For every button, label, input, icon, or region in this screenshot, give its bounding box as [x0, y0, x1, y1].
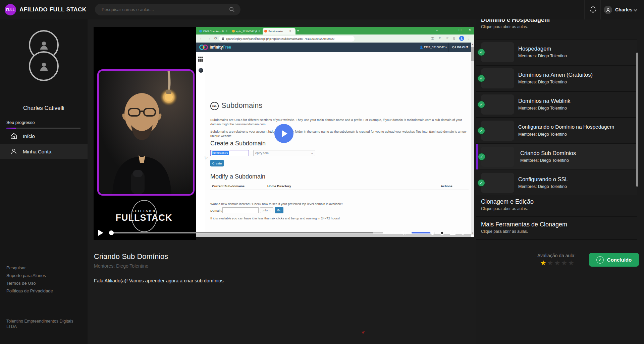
account-person-icon [10, 148, 17, 155]
lesson-item-title: Configurando o Domínio na Hospedagem [518, 124, 614, 130]
star-icon[interactable]: ★ [554, 259, 561, 267]
bookmark-star-icon: ☆ [446, 36, 449, 40]
chevron-down-icon[interactable] [633, 8, 638, 12]
rating-stars[interactable]: ★★★★★ [540, 259, 575, 267]
playlist-section-clonagem[interactable]: Clonagem e Edição Clique para abrir as a… [481, 198, 534, 211]
subdomain-input: heitorcastro [210, 150, 249, 156]
volume-thumb[interactable] [430, 230, 435, 235]
sidebar-item-minha-conta[interactable]: Minha Conta [0, 144, 88, 159]
completed-check-icon: ✓ [477, 74, 485, 82]
subdomains-badge-icon: sub. [210, 102, 219, 110]
section-subtitle: Clique para abrir as aulas. [481, 229, 567, 234]
lesson-item-mentors: Mentores: Diego Tolentino [518, 132, 567, 137]
availability-note: If it is available you can have it in le… [210, 216, 340, 220]
scroll-up-icon: ▲ [471, 43, 474, 46]
star-icon[interactable]: ★ [568, 259, 575, 267]
browser-toolbar: ← → ⟳ cpanel.epizy.com/panel/indexpl.php… [196, 35, 474, 43]
recorded-browser-window: DNS Checker - DNS Check Propa ✕ epiz_321… [196, 27, 474, 240]
sidebar-item-inicio[interactable]: Início [0, 128, 88, 144]
footer-link-pesquisar[interactable]: Pesquisar [6, 265, 26, 270]
browser-vertical-scrollbar: ▲ ▼ [471, 43, 474, 235]
select-chevron-icon: ⌄ [311, 151, 313, 155]
lesson-description: Fala Afiliado(a)! Vamos aprender agora a… [94, 278, 224, 283]
search-input[interactable] [102, 4, 226, 15]
domain-label: Domain: [210, 209, 222, 212]
volume-icon[interactable] [400, 229, 407, 235]
mouse-cursor: ➤ [204, 155, 209, 160]
user-name[interactable]: Charles [615, 7, 632, 12]
browser-tab-epiz: epiz_32100547 (Meus Produtos ✕ [230, 28, 262, 35]
video-player[interactable]: AFILIADO FULLSTACK DNS Checker - DNS Che… [94, 27, 474, 240]
playlist-section-dominio[interactable]: Domínio e Hospedagem Clique para abrir a… [481, 19, 550, 29]
lesson-item-criando-subdominios[interactable]: ✓ Criando Sub Domínios Mentores: Diego T… [476, 144, 637, 169]
table-header-current: Current Sub-domains [212, 184, 245, 188]
cpanel-page-title: Subdomains [221, 101, 262, 110]
playlist-divider [476, 239, 637, 240]
cpanel-logout: ⏻ LOG OUT [452, 46, 468, 49]
section-subtitle: Clique para abrir as aulas. [481, 24, 550, 29]
settings-gear-icon[interactable] [439, 229, 445, 235]
section-title: Clonagem e Edição [481, 198, 534, 205]
browser-tabstrip: DNS Checker - DNS Check Propa ✕ epiz_321… [196, 27, 474, 35]
section-title: Domínio e Hospedagem [481, 19, 550, 23]
topbar-divider [584, 0, 585, 19]
star-icon[interactable]: ★ [547, 259, 554, 267]
playlist-section-mais-ferramentas[interactable]: Mais Ferramentas de Clonagem Clique para… [481, 221, 567, 234]
lesson-item-title: Domínios na Amen (Gratuitos) [518, 72, 593, 78]
go-button: Go [275, 207, 283, 213]
footer-link-suporte[interactable]: Suporte para Alunos [6, 273, 46, 278]
lesson-item-mentors: Mentores: Diego Tolentino [518, 54, 567, 58]
star-icon[interactable]: ★ [540, 259, 547, 267]
reload-icon: ⟳ [214, 36, 217, 41]
window-menu-icon: ⌄ [436, 28, 438, 31]
presenter-webcam [97, 69, 195, 196]
domain-dot-separator: . [251, 152, 252, 156]
home-icon [10, 132, 17, 140]
playlist-divider [476, 196, 637, 196]
fullscreen-icon[interactable] [461, 229, 468, 235]
playlist-divider [476, 216, 637, 217]
check-circle-icon: ✓ [596, 256, 604, 264]
user-avatar[interactable] [604, 6, 612, 14]
url-text: cpanel.epizy.com/panel/indexpl.php?optio… [226, 37, 334, 41]
scrollbar-thumb [471, 47, 474, 61]
topbar: FULL AFILIADO FULL STACK Charles [0, 0, 644, 19]
progress-label: Seu progresso [6, 120, 35, 125]
volume-slider[interactable] [412, 232, 435, 233]
section-subtitle: Clique para abrir as aulas. [481, 206, 534, 211]
table-header-rule [210, 190, 469, 190]
lesson-thumbnail [481, 42, 514, 62]
footer-link-politicas[interactable]: Políticas de Privacidade [6, 288, 53, 293]
browser-tab-dns-checker: DNS Checker - DNS Check Propa ✕ [198, 28, 229, 35]
play-button[interactable] [98, 230, 103, 236]
lesson-item-weblink[interactable]: ✓ Domínios na Weblink Mentores: Diego To… [476, 92, 637, 117]
brand-logo[interactable]: FULL [5, 4, 16, 15]
pip-icon[interactable] [450, 229, 456, 235]
dns-checker-favicon [199, 30, 202, 32]
lesson-item-configurando-dominio[interactable]: ✓ Configurando o Domínio na Hospedagem M… [476, 118, 637, 143]
search-icon[interactable] [229, 7, 234, 12]
notifications-bell-icon[interactable] [589, 6, 597, 13]
window-minimize-icon: – [448, 28, 450, 31]
play-overlay-button[interactable] [274, 124, 293, 143]
lesson-item-hospedagem[interactable]: ✓ Hospedagem Mentores: Diego Tolentino [476, 40, 637, 65]
new-domain-prompt: Want a new domain instead? Check now to … [210, 202, 343, 206]
search-bar[interactable] [95, 4, 240, 15]
footer-link-termos[interactable]: Termos de Uso [6, 281, 36, 286]
window-maximize-icon: ▢ [459, 28, 462, 31]
lesson-item-mentors: Mentores: Diego Tolentino [518, 184, 567, 189]
translate-icon: 文 [431, 36, 434, 41]
chrome-profile-avatar [459, 36, 464, 41]
star-icon[interactable]: ★ [561, 259, 568, 267]
complete-button[interactable]: ✓ Concluído [589, 253, 639, 267]
seek-bar[interactable] [110, 232, 383, 233]
profile-avatar[interactable] [29, 51, 59, 81]
playlist-scrollbar[interactable] [636, 53, 638, 187]
brand-logo-text: FULL [6, 8, 15, 12]
lesson-item-title: Domínios na Weblink [518, 98, 571, 104]
presenter-illustration [99, 71, 193, 194]
address-bar: cpanel.epizy.com/panel/indexpl.php?optio… [219, 36, 355, 42]
seek-thumb[interactable] [109, 230, 114, 235]
lesson-item-amen[interactable]: ✓ Domínios na Amen (Gratuitos) Mentores:… [476, 66, 637, 91]
lesson-item-ssl[interactable]: ✓ Configurando o SSL Mentores: Diego Tol… [476, 170, 637, 196]
